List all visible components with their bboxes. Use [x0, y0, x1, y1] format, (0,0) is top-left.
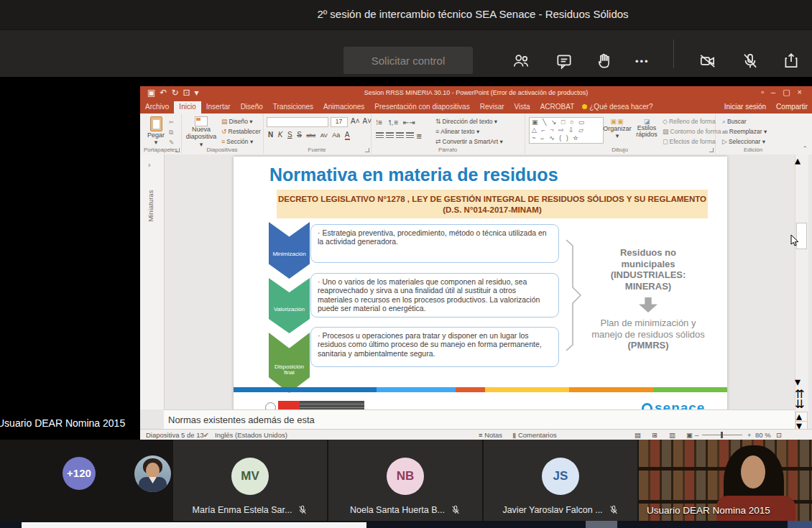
columns-icon[interactable]: ≣ [416, 132, 422, 140]
zoom-slider-thumb[interactable] [721, 432, 723, 438]
bold-button[interactable]: N [268, 131, 273, 139]
grow-font-icon[interactable]: A˄ [351, 117, 360, 125]
select-button[interactable]: ▷Seleccionar ▾ [722, 136, 767, 147]
tab-presentacion[interactable]: Presentación con diapositivas [369, 101, 474, 114]
zoom-slider[interactable] [702, 435, 742, 435]
scroll-down-icon[interactable]: ▾ [795, 377, 808, 386]
section-button[interactable]: ≡Sección ▾ [221, 136, 261, 147]
mic-off-icon[interactable] [741, 52, 760, 70]
expand-thumbnails-icon[interactable]: › [148, 160, 151, 169]
restore-icon[interactable]: ▢ [783, 88, 797, 96]
text-direction-button[interactable]: ⇅Dirección del texto ▾ [435, 116, 503, 126]
language-indicator[interactable]: Inglés (Estados Unidos) [215, 431, 287, 439]
undo-icon[interactable]: ↶ [160, 88, 171, 98]
close-icon[interactable]: × [798, 88, 809, 96]
strikethrough-button[interactable]: S [297, 131, 302, 139]
qat-customize-icon[interactable]: ▾ [195, 88, 203, 98]
share-screen-icon[interactable] [782, 52, 801, 70]
tab-archivo[interactable]: Archivo [140, 101, 174, 114]
tab-revisar[interactable]: Revisar [475, 101, 509, 114]
participant-tile-mv[interactable]: MV María Enma Estela Sar... [173, 440, 327, 521]
new-slide-button[interactable]: Nueva diapositiva▾ [184, 116, 218, 148]
shape-effects-button[interactable]: ◻Efectos de forma [663, 136, 721, 147]
chat-icon[interactable] [555, 52, 573, 70]
slideshow-view-icon[interactable]: ▣ [686, 431, 693, 439]
sign-in-link[interactable]: Iniciar sesión [724, 103, 766, 111]
indent-icons[interactable]: ⇤⇥ [403, 119, 415, 126]
clear-formatting-icon[interactable]: abc [306, 132, 315, 139]
convert-smartart-button[interactable]: ⇄Convertir a SmartArt ▾ [435, 136, 503, 147]
quick-styles-button[interactable]: ◪ Estilos rápidos [632, 118, 661, 139]
tab-acrobat[interactable]: ACROBAT [535, 101, 580, 114]
font-size-combo[interactable]: 17 [331, 117, 348, 127]
participant-tile-nb[interactable]: NB Noela Santa Huerta B... [328, 440, 482, 521]
tab-diseno[interactable]: Diseño [236, 101, 268, 114]
slide-layout-button[interactable]: ▤Diseño ▾ [221, 116, 261, 126]
notes-pane[interactable]: Normas existentes además de esta [164, 409, 795, 430]
font-name-combo[interactable] [267, 117, 328, 127]
reading-view-icon[interactable]: ▥ [669, 431, 675, 439]
fit-to-window-icon[interactable]: ⊡ [776, 431, 782, 439]
font-color-button[interactable]: A [345, 131, 350, 140]
character-spacing-icon[interactable]: AV [320, 132, 328, 139]
group-label-font: Fuente [263, 147, 371, 153]
find-button[interactable]: ⌕Buscar [722, 116, 767, 126]
overflow-participants-badge[interactable]: +120 [63, 457, 96, 490]
zoom-out-icon[interactable]: – [695, 431, 698, 439]
arrange-button[interactable]: ▣▣ Organizar▾ [602, 118, 632, 139]
request-control-button[interactable]: Solicitar control [343, 47, 473, 74]
start-slideshow-icon[interactable]: ⊡ [183, 88, 194, 98]
shape-fill-button[interactable]: ◇Relleno de forma [663, 116, 721, 126]
align-left-icon[interactable] [376, 132, 384, 139]
shapes-gallery[interactable]: ▣ ╲ ↘ □ ○ ▭ △ ⌐ ¬ ⇨ ⇩ ▱ ~ ⌣ ∿ ( ) ☆ [529, 117, 604, 144]
participant-video-tile[interactable]: Usuario DEAR Nomina 2015 [639, 440, 812, 521]
slide-sorter-icon[interactable]: ⊞ [652, 431, 658, 439]
shape-outline-button[interactable]: ▨Contorno de forma [663, 126, 721, 136]
share-button[interactable]: Compartir [776, 103, 808, 111]
thumbnails-panel[interactable]: › Miniaturas [140, 154, 165, 409]
paste-button[interactable]: Pegar▾ [144, 116, 167, 146]
align-center-icon[interactable] [386, 132, 394, 139]
italic-button[interactable]: K [278, 131, 283, 139]
font-dialog-launcher[interactable] [365, 148, 369, 152]
next-slide-icon[interactable]: ⇊ [795, 399, 808, 409]
underline-button[interactable]: S [287, 131, 292, 139]
comments-toggle[interactable]: ▮ Comentarios [512, 431, 557, 439]
scroll-up-icon[interactable]: ▴ [795, 156, 808, 165]
tab-transiciones[interactable]: Transiciones [268, 101, 318, 114]
minimize-icon[interactable]: – [771, 88, 783, 96]
normal-view-icon[interactable]: ▤ [635, 431, 641, 439]
raise-hand-icon[interactable] [596, 52, 614, 70]
redo-icon[interactable]: ↻ [171, 88, 183, 98]
align-right-icon[interactable] [396, 132, 404, 139]
ribbon-options-icon[interactable]: ▫ [761, 88, 771, 96]
participants-icon[interactable] [512, 52, 530, 70]
participant-photo-avatar[interactable] [134, 455, 171, 492]
numbering-icon[interactable]: ⒈≡ [387, 118, 399, 128]
justify-icon[interactable] [406, 132, 414, 139]
format-painter-icon[interactable]: ✎ [169, 137, 174, 147]
bullets-icon[interactable]: ⁝≡ [376, 119, 382, 126]
change-case-icon[interactable]: Aa [332, 131, 340, 139]
zoom-level[interactable]: 80 % [755, 431, 771, 439]
notes-toggle[interactable]: ≡ Notas [479, 431, 502, 439]
spellcheck-icon[interactable]: ✔ [203, 431, 209, 439]
replace-button[interactable]: abReemplazar ▾ [722, 126, 767, 136]
align-text-button[interactable]: ≡Alinear texto ▾ [435, 126, 503, 136]
save-icon[interactable]: ▣ [147, 88, 160, 98]
tab-vista[interactable]: Vista [509, 101, 535, 114]
camera-off-icon[interactable] [698, 52, 717, 70]
cut-icon[interactable]: ✂ [169, 117, 174, 127]
drawing-dialog-launcher[interactable] [709, 148, 714, 152]
tab-animaciones[interactable]: Animaciones [318, 101, 369, 114]
zoom-in-icon[interactable]: + [747, 431, 752, 439]
collapse-ribbon-icon[interactable]: ⌃ [802, 145, 808, 152]
reset-slide-button[interactable]: ↺Restablecer [221, 126, 261, 136]
tab-insertar[interactable]: Insertar [201, 101, 236, 114]
clipboard-dialog-launcher[interactable] [175, 148, 180, 152]
copy-icon[interactable]: ⧉ [169, 127, 174, 137]
tab-inicio[interactable]: Inicio [174, 101, 200, 114]
more-actions-icon[interactable]: ••• [635, 56, 650, 67]
participant-tile-js[interactable]: JS Javier Yaroslav Falcon ... [484, 440, 637, 521]
slide-canvas[interactable]: Normativa en materia de residuos DECRETO… [234, 157, 727, 409]
